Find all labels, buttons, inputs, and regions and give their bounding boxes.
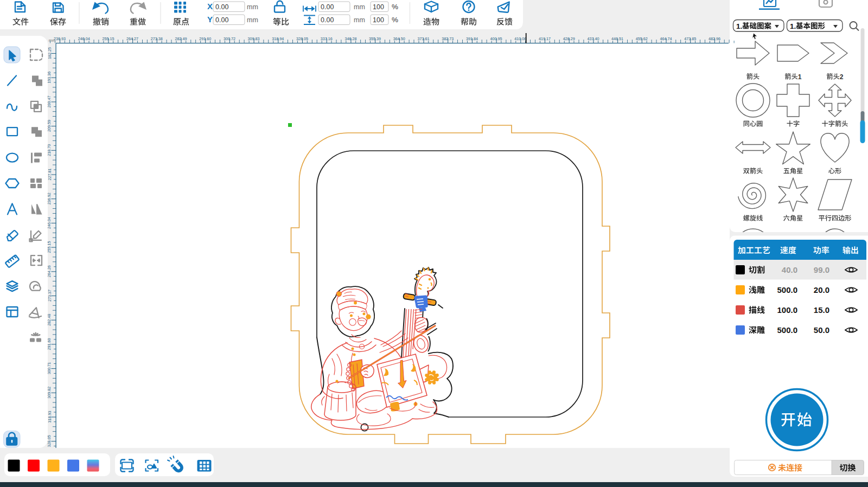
svg-text:mm: mm [354,3,365,11]
svg-text:227.81: 227.81 [47,169,52,181]
svg-text:191.36: 191.36 [47,72,52,84]
svg-text:500.0: 500.0 [777,285,797,294]
svg-text:382.73: 382.73 [442,36,454,41]
svg-text:182.25: 182.25 [47,47,52,59]
svg-text:309.82: 309.82 [47,387,52,399]
svg-text:273.38: 273.38 [151,36,163,41]
svg-text:mm: mm [247,16,258,24]
svg-text:255.15: 255.15 [102,36,114,41]
svg-text:346.28: 346.28 [344,36,356,41]
svg-text:309.83: 309.83 [248,36,260,41]
svg-text:100: 100 [373,3,384,11]
svg-text:15.0: 15.0 [814,305,829,315]
svg-text:291.60: 291.60 [47,338,52,350]
svg-text:318.93: 318.93 [47,411,52,423]
svg-text:1.: 1. [736,22,742,30]
svg-text:X: X [207,2,213,11]
svg-text:218.70: 218.70 [47,144,52,156]
svg-text:Y: Y [207,15,213,24]
svg-text:2: 2 [840,73,844,81]
svg-text:391.84: 391.84 [466,36,478,41]
svg-text:337.16: 337.16 [321,36,333,41]
svg-text:mm: mm [247,3,258,11]
svg-text:300.72: 300.72 [224,36,235,41]
svg-text:264.27: 264.27 [126,36,138,41]
svg-text:50.0: 50.0 [814,325,829,335]
svg-text:500.0: 500.0 [777,325,797,335]
svg-text:20.0: 20.0 [814,285,829,294]
svg-text:1.: 1. [790,22,796,30]
svg-text:364.50: 364.50 [393,36,405,41]
svg-text:428.29: 428.29 [563,36,575,41]
svg-text:328.05: 328.05 [296,36,308,41]
svg-text:455.62: 455.62 [636,36,648,41]
svg-text:282.49: 282.49 [175,36,187,41]
svg-text:446.51: 446.51 [611,36,623,41]
svg-text:mm: mm [354,16,365,24]
svg-text:100: 100 [373,16,384,24]
svg-text:473.85: 473.85 [684,36,696,41]
svg-text:0.00: 0.00 [215,16,228,24]
svg-text:246.04: 246.04 [78,36,90,41]
svg-text:437.40: 437.40 [587,36,599,41]
svg-text:%: % [392,16,398,24]
svg-text:291.60: 291.60 [199,36,211,41]
svg-text:200.47: 200.47 [47,95,52,107]
svg-text:236.93: 236.93 [54,36,66,41]
svg-text:236.92: 236.92 [47,193,52,204]
svg-text:410.06: 410.06 [514,36,526,41]
svg-text:100.0: 100.0 [777,305,797,315]
svg-text:40.0: 40.0 [782,265,797,274]
svg-text:0.00: 0.00 [321,3,334,11]
svg-text:0.00: 0.00 [321,16,334,24]
svg-text:%: % [392,3,398,11]
svg-text:419.17: 419.17 [539,36,551,41]
svg-text:255.15: 255.15 [47,241,52,253]
svg-text:282.48: 282.48 [47,314,52,326]
svg-text:209.59: 209.59 [47,120,52,132]
svg-text:246.04: 246.04 [47,217,52,229]
svg-text:464.74: 464.74 [660,36,672,41]
svg-text:mm: mm [49,38,56,43]
svg-text:373.61: 373.61 [418,36,430,41]
svg-text:318.94: 318.94 [272,36,284,41]
svg-text:482.96: 482.96 [709,36,720,41]
svg-text:400.95: 400.95 [490,36,502,41]
svg-text:300.71: 300.71 [47,362,52,374]
svg-text:99.0: 99.0 [814,265,829,274]
svg-text:264.26: 264.26 [47,265,52,277]
svg-text:273.37: 273.37 [47,290,52,302]
svg-text:0.00: 0.00 [215,3,228,11]
svg-text:355.39: 355.39 [369,36,381,41]
svg-text:1: 1 [798,73,802,81]
svg-text:328.05: 328.05 [47,435,52,447]
